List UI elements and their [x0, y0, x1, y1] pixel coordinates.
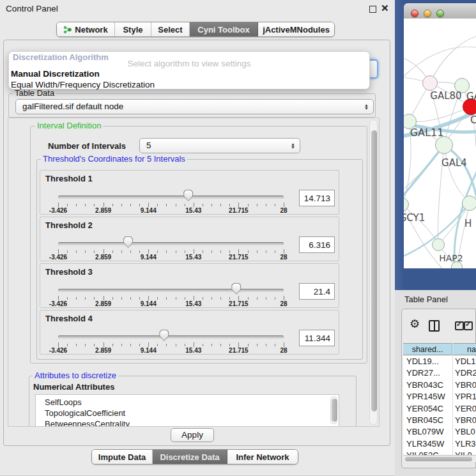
- apply-button[interactable]: Apply: [171, 428, 214, 442]
- settings-scroll-area: Interval Definition Number of Intervals …: [8, 118, 380, 427]
- tab-style[interactable]: Style: [115, 22, 151, 36]
- tick-mark: [139, 297, 140, 300]
- tab-cyni-toolbox[interactable]: Cyni Toolbox: [190, 22, 258, 36]
- tick-mark: [58, 203, 59, 207]
- network-canvas[interactable]: GAL80 GA C GAL11 GAL4 GCY1 H HAP2: [404, 19, 476, 268]
- node-hap2[interactable]: [432, 238, 445, 251]
- node-gal80[interactable]: [422, 75, 438, 91]
- tick-mark: [275, 250, 275, 253]
- close-icon[interactable]: ✕: [381, 3, 389, 14]
- tick-mark: [176, 344, 176, 346]
- list-scrollbar-thumb[interactable]: [332, 399, 337, 422]
- threshold-value-field[interactable]: 14.713: [299, 190, 335, 206]
- column-header-shared-name[interactable]: shared...: [403, 343, 452, 355]
- tab-select[interactable]: Select: [151, 22, 190, 36]
- tick-mark: [229, 250, 230, 253]
- network-window-titlebar[interactable]: [404, 3, 476, 19]
- table-hscrollbar-thumb[interactable]: [405, 457, 472, 461]
- close-traffic-light-icon[interactable]: [411, 10, 418, 17]
- tick-mark: [185, 250, 185, 253]
- tab-infer-network[interactable]: Infer Network: [227, 450, 298, 464]
- cell: YBR0: [455, 415, 476, 426]
- table-data-combo[interactable]: galFiltered.sif default node ▲▼: [15, 99, 374, 114]
- threshold-value-field[interactable]: 6.316: [299, 236, 335, 253]
- select-columns-checkbox-icon-2[interactable]: [464, 321, 473, 330]
- algorithm-option-manual[interactable]: Manual Discretization: [11, 69, 100, 79]
- node-h[interactable]: [462, 196, 476, 211]
- list-item[interactable]: TopologicalCoefficient: [36, 408, 339, 418]
- tick-mark: [166, 250, 167, 253]
- settings-scrollbar[interactable]: [369, 119, 378, 425]
- list-item[interactable]: SelfLoops: [36, 397, 339, 408]
- control-panel-title: Control Panel: [6, 4, 58, 13]
- tab-discretize-data[interactable]: Discretize Data: [153, 450, 227, 464]
- table-row[interactable]: YPR145WYPR1: [403, 391, 476, 403]
- slider-track[interactable]: [58, 335, 284, 339]
- zoom-traffic-light-icon[interactable]: [436, 10, 444, 17]
- select-columns-checkbox-icon[interactable]: [455, 321, 464, 330]
- table-row[interactable]: YDL19...YDL1: [403, 356, 476, 367]
- list-item[interactable]: BetweennessCentrality: [36, 418, 339, 427]
- cell: YPR145W: [406, 391, 445, 403]
- tab-impute-data[interactable]: Impute Data: [92, 450, 153, 464]
- node-gal4[interactable]: [435, 136, 453, 154]
- table-hscrollbar[interactable]: [403, 455, 476, 462]
- tick-mark: [266, 204, 266, 206]
- table-row[interactable]: YDR27...YDR2: [403, 367, 476, 379]
- slider-thumb[interactable]: [159, 330, 169, 341]
- tick-mark: [185, 344, 185, 346]
- algorithm-option-equal-width[interactable]: Equal Width/Frequency Discretization: [11, 80, 155, 89]
- slider-track[interactable]: [58, 196, 284, 199]
- tab-label: Cyni Toolbox: [197, 25, 249, 35]
- table-row[interactable]: YBL079WYBL0: [403, 426, 476, 438]
- tab-jactivemnodules[interactable]: jActiveMNodules: [258, 22, 334, 36]
- tab-label: jActiveMNodules: [263, 25, 330, 35]
- axis-tick-label: 2.859: [95, 300, 111, 307]
- tick-mark: [67, 297, 68, 300]
- tab-network[interactable]: Network: [57, 22, 115, 36]
- threshold-value-field[interactable]: 11.344: [299, 330, 335, 346]
- tick-mark: [194, 203, 194, 207]
- node-label-gal11: GAL11: [406, 127, 447, 139]
- tick-mark: [257, 297, 257, 300]
- axis-tick-label: 2.859: [95, 207, 111, 214]
- axis-tick-label: 28: [280, 207, 287, 214]
- cell: YER054C: [406, 403, 443, 415]
- table-row[interactable]: YBR043CYBR0: [403, 380, 476, 391]
- tick-mark: [275, 204, 275, 206]
- cell: YBL0: [455, 426, 475, 438]
- slider-thumb[interactable]: [183, 190, 193, 201]
- node-table[interactable]: YDL19...YDL1 YDR27...YDR2 YBR043CYBR0 YP…: [403, 356, 476, 455]
- column-view-icon[interactable]: [429, 320, 440, 332]
- tick-mark: [203, 297, 203, 300]
- list-scrollbar[interactable]: [330, 396, 337, 424]
- threshold-value-field[interactable]: 21.4: [299, 283, 335, 300]
- cell: YPR1: [455, 391, 476, 403]
- slider-thumb[interactable]: [231, 283, 241, 295]
- table-row[interactable]: YER054CYER0: [403, 403, 476, 415]
- tick-mark: [94, 204, 95, 206]
- settings-scrollbar-thumb[interactable]: [371, 130, 377, 411]
- minimize-traffic-light-icon[interactable]: [424, 10, 431, 17]
- cell: YDL1: [455, 356, 476, 367]
- slider-track[interactable]: [58, 242, 284, 245]
- slider-thumb[interactable]: [123, 236, 133, 248]
- column-header-name[interactable]: na: [453, 343, 476, 355]
- tab-label: Impute Data: [98, 452, 146, 462]
- number-of-intervals-combo[interactable]: 5 ▲▼: [139, 138, 300, 153]
- bottom-tab-bar: Impute Data Discretize Data Infer Networ…: [91, 449, 298, 464]
- tick-mark: [266, 250, 266, 253]
- tick-mark: [211, 204, 212, 206]
- tick-mark: [157, 344, 158, 346]
- algorithm-popup-hint: Select algorithm to view settings: [9, 59, 369, 68]
- tick-mark: [203, 250, 203, 253]
- table-row[interactable]: YIL052CYIL0: [403, 450, 476, 455]
- tick-mark: [266, 344, 266, 346]
- gear-icon[interactable]: ⚙: [410, 317, 420, 331]
- table-row[interactable]: YLR345WYLR3: [403, 438, 476, 450]
- numerical-attributes-label: Numerical Attributes: [33, 382, 114, 392]
- table-row[interactable]: YBR045CYBR0: [403, 415, 476, 426]
- float-window-button[interactable]: [369, 6, 376, 13]
- slider-track[interactable]: [58, 289, 284, 292]
- table-data-group-label: Table Data: [13, 89, 56, 98]
